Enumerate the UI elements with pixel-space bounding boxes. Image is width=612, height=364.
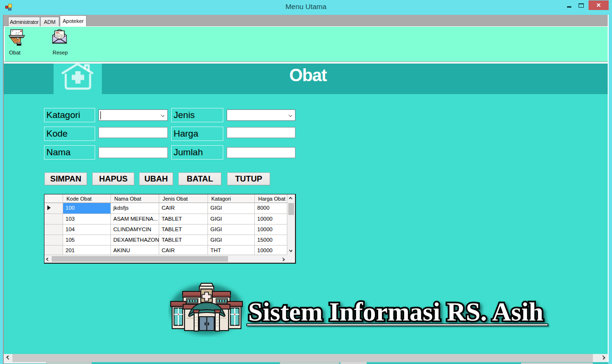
- svg-text:Sistem Informasi RS. Asih: Sistem Informasi RS. Asih: [248, 297, 543, 326]
